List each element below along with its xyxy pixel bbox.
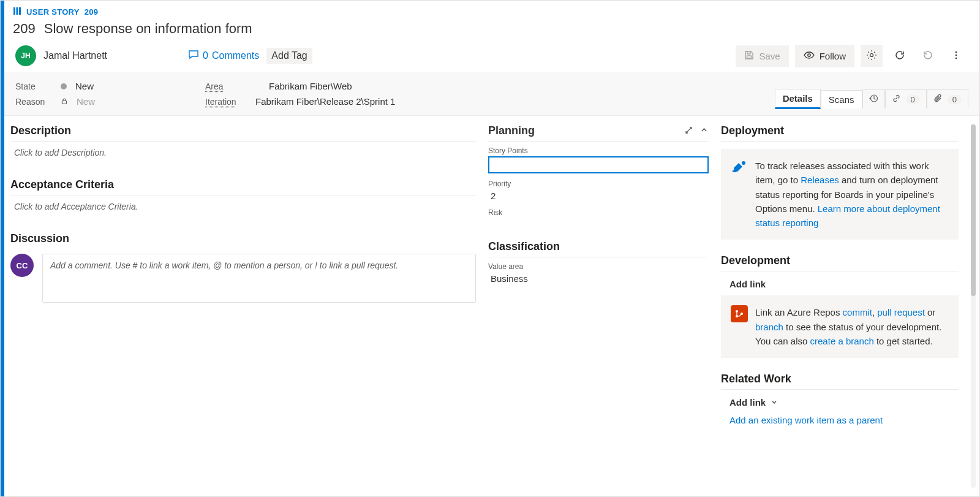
commit-link[interactable]: commit xyxy=(843,307,872,317)
description-title: Description xyxy=(10,124,476,142)
svg-rect-0 xyxy=(13,7,15,15)
links-count: 0 xyxy=(906,95,920,104)
attachment-icon xyxy=(933,94,943,105)
comments-label: Comments xyxy=(212,50,259,61)
comments-count: 0 xyxy=(203,50,208,61)
create-branch-link[interactable]: create a branch xyxy=(810,336,874,346)
development-text: Link an Azure Repos commit, pull request… xyxy=(755,305,949,348)
svg-point-5 xyxy=(870,53,873,56)
priority-value[interactable]: 2 xyxy=(488,189,709,207)
settings-button[interactable] xyxy=(861,45,883,67)
repos-icon xyxy=(731,305,748,322)
assignee-name[interactable]: Jamal Hartnett xyxy=(43,50,107,61)
scrollbar[interactable] xyxy=(971,124,976,488)
svg-point-8 xyxy=(956,57,957,59)
priority-label: Priority xyxy=(488,178,709,189)
classification-title: Classification xyxy=(488,240,709,257)
deployment-title: Deployment xyxy=(721,124,959,142)
follow-button[interactable]: Follow xyxy=(795,45,854,67)
svg-rect-1 xyxy=(17,7,18,15)
pipeline-icon xyxy=(731,159,748,176)
save-button: Save xyxy=(736,45,788,67)
user-story-icon xyxy=(13,7,21,17)
story-points-input[interactable] xyxy=(488,156,709,173)
dev-add-link[interactable]: Add link xyxy=(721,276,959,292)
state-label: State xyxy=(15,82,52,91)
branch-link[interactable]: branch xyxy=(755,322,783,332)
kebab-icon xyxy=(951,50,961,62)
tab-scans[interactable]: Scans xyxy=(821,90,862,108)
expand-icon[interactable] xyxy=(684,126,693,137)
add-existing-parent-link[interactable]: Add an existing work item as a parent xyxy=(721,410,959,430)
scrollbar-thumb[interactable] xyxy=(971,124,976,296)
breadcrumb-id: 209 xyxy=(85,7,99,17)
svg-point-6 xyxy=(956,51,957,53)
svg-point-14 xyxy=(736,315,738,317)
collapse-icon[interactable] xyxy=(699,126,709,137)
releases-link[interactable]: Releases xyxy=(801,175,839,185)
chevron-down-icon xyxy=(771,397,778,408)
development-title: Development xyxy=(721,254,959,271)
discussion-title: Discussion xyxy=(10,232,476,254)
area-label: Area xyxy=(205,82,242,91)
svg-point-4 xyxy=(807,53,810,56)
refresh-button[interactable] xyxy=(889,45,911,67)
deployment-text: To track releases associated with this w… xyxy=(755,159,949,230)
history-icon xyxy=(869,94,878,105)
svg-rect-3 xyxy=(747,56,752,58)
undo-button[interactable] xyxy=(917,45,939,67)
comments-link[interactable]: 0 Comments xyxy=(188,49,259,63)
acceptance-input[interactable]: Click to add Acceptance Criteria. xyxy=(10,195,476,218)
svg-rect-12 xyxy=(733,170,736,172)
story-points-label: Story Points xyxy=(488,145,709,156)
lock-icon xyxy=(61,97,68,107)
svg-rect-9 xyxy=(62,101,67,104)
work-item-title[interactable]: Slow response on information form xyxy=(44,21,252,37)
related-add-link[interactable]: Add link xyxy=(721,395,959,410)
iteration-label: Iteration xyxy=(205,97,242,107)
value-area-label: Value area xyxy=(488,261,709,272)
breadcrumb-type: USER STORY xyxy=(26,7,80,17)
area-value[interactable]: Fabrikam Fiber\Web xyxy=(269,81,352,91)
add-tag-button[interactable]: Add Tag xyxy=(266,48,312,64)
assignee-avatar[interactable]: JH xyxy=(15,45,36,66)
undo-icon xyxy=(922,50,933,63)
reason-value: New xyxy=(77,96,95,107)
planning-title: Planning xyxy=(488,124,535,137)
reason-label: Reason xyxy=(15,97,52,107)
state-dot-icon xyxy=(61,83,67,89)
breadcrumb[interactable]: USER STORY 209 xyxy=(4,1,979,17)
more-actions-button[interactable] xyxy=(945,45,967,67)
comment-icon xyxy=(188,49,199,63)
related-work-title: Related Work xyxy=(721,373,959,390)
risk-value[interactable] xyxy=(488,218,709,226)
tab-links[interactable]: 0 xyxy=(885,89,927,108)
tab-history[interactable] xyxy=(862,89,885,108)
eye-icon xyxy=(804,50,815,63)
tab-details[interactable]: Details xyxy=(775,89,821,109)
value-area-value[interactable]: Business xyxy=(488,272,709,290)
iteration-value[interactable]: Fabrikam Fiber\Release 2\Sprint 1 xyxy=(255,96,395,107)
gear-icon xyxy=(866,50,877,63)
save-icon xyxy=(744,50,754,62)
svg-point-11 xyxy=(742,161,745,165)
attach-count: 0 xyxy=(948,95,962,104)
comment-input[interactable]: Add a comment. Use # to link a work item… xyxy=(42,254,476,303)
current-user-avatar: CC xyxy=(10,254,34,277)
work-item-id: 209 xyxy=(13,21,36,37)
svg-point-13 xyxy=(736,310,738,313)
acceptance-title: Acceptance Criteria xyxy=(10,178,476,195)
description-input[interactable]: Click to add Description. xyxy=(10,142,476,164)
svg-rect-2 xyxy=(19,7,21,15)
refresh-icon xyxy=(894,50,905,63)
risk-label: Risk xyxy=(488,207,709,218)
pull-request-link[interactable]: pull request xyxy=(877,307,925,317)
svg-point-7 xyxy=(956,54,957,56)
state-value[interactable]: New xyxy=(75,81,94,91)
tab-attachments[interactable]: 0 xyxy=(927,89,968,108)
link-icon xyxy=(892,94,901,105)
